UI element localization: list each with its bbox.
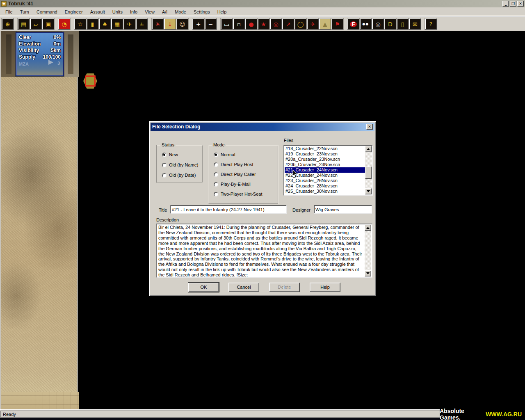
zoom-in-button[interactable]: +: [192, 18, 204, 30]
mode-option-two-player-hot-seat[interactable]: Two-Player Hot-Seat: [214, 191, 262, 197]
menu-info[interactable]: Info: [126, 8, 141, 16]
radio-icon[interactable]: [214, 162, 218, 167]
help-button[interactable]: Help: [310, 283, 340, 292]
menu-command[interactable]: Command: [33, 8, 61, 16]
zoom-out-button[interactable]: −: [205, 18, 217, 30]
dialog-titlebar[interactable]: File Selection Dialog ✕: [151, 123, 374, 131]
dig-in-button[interactable]: ♠: [99, 18, 111, 30]
description-box[interactable]: Bir el Chleta, 24 November 1941: During …: [156, 224, 372, 278]
radio-icon[interactable]: [214, 192, 218, 196]
title-input[interactable]: [170, 205, 287, 214]
watermark-link[interactable]: WWW.AG.RU: [486, 411, 522, 418]
terrain-view-button[interactable]: ▲: [319, 18, 331, 30]
column-formation-button[interactable]: ▯: [397, 18, 409, 30]
unit-honors-icon: ☆: [78, 21, 83, 27]
air-support-icon: ✈: [127, 21, 132, 27]
restore-button[interactable]: ❐: [510, 1, 516, 7]
menu-assault[interactable]: Assault: [87, 8, 109, 16]
radio-icon[interactable]: [214, 153, 218, 157]
file-list-item[interactable]: #22_Crusader_24Nov.scn: [285, 173, 365, 178]
desc-scroll-down-icon[interactable]: [365, 270, 371, 276]
window-titlebar[interactable]: ★ Tobruk '41 _❐✕: [0, 0, 525, 7]
file-list-item[interactable]: #20a_Crusader_23Nov.scn: [285, 157, 365, 162]
menu-settings[interactable]: Settings: [190, 8, 214, 16]
divisional-markings-button[interactable]: D: [384, 18, 396, 30]
supply-wagon-button[interactable]: ▦: [111, 18, 123, 30]
dispatch-mail-button[interactable]: ✉: [409, 18, 421, 30]
cancel-button[interactable]: Cancel: [228, 283, 259, 292]
radio-icon[interactable]: [214, 172, 218, 177]
file-list-item[interactable]: #18_Crusader_22Nov.scn: [285, 146, 365, 151]
highlight-oval-button[interactable]: ◯: [294, 18, 306, 30]
menu-units[interactable]: Units: [109, 8, 126, 16]
file-list-item[interactable]: #19_Crusader_23Nov.scn: [285, 151, 365, 157]
unit-honors-button[interactable]: ☆: [74, 18, 86, 30]
mode-option-direct-play-host[interactable]: Direct-Play Host: [214, 162, 253, 167]
unit-counter[interactable]: [83, 73, 97, 89]
mode-option-play-by-e-mail[interactable]: Play-By-E-Mail: [214, 181, 251, 187]
radio-label: Two-Player Hot-Seat: [221, 192, 262, 196]
select-flag-button[interactable]: ⚑: [331, 18, 343, 30]
radio-icon[interactable]: [162, 153, 167, 157]
scroll-up-icon[interactable]: [365, 146, 372, 152]
dialog-close-icon[interactable]: ✕: [366, 124, 373, 130]
description-scrollbar[interactable]: [365, 225, 371, 276]
scroll-thumb[interactable]: [365, 167, 372, 179]
new-scenario-button[interactable]: ▤: [18, 18, 30, 30]
status-option-old-by-date-[interactable]: Old (by Date): [162, 172, 196, 178]
air-strike-button[interactable]: ✈: [307, 18, 319, 30]
encirclement-button[interactable]: ◎: [372, 18, 384, 30]
menu-help[interactable]: Help: [214, 8, 231, 16]
desc-scroll-up-icon[interactable]: [365, 225, 371, 231]
artillery-target-button[interactable]: ◎: [270, 18, 282, 30]
objective-star-button[interactable]: ★: [258, 18, 269, 30]
dispatch-mail-icon: ✉: [413, 21, 418, 27]
menu-ai[interactable]: A/I: [158, 8, 171, 16]
strength-toggle-button[interactable]: ±: [136, 18, 148, 30]
highlight-hex-button[interactable]: ▭: [221, 18, 233, 30]
status-option-new[interactable]: New: [162, 152, 178, 158]
turn-fuse-button[interactable]: ◔: [58, 18, 70, 30]
next-unit-button[interactable]: ↗: [282, 18, 294, 30]
mode-option-normal[interactable]: Normal: [214, 152, 235, 158]
commander-portrait-button[interactable]: ☺: [176, 18, 188, 30]
menu-file[interactable]: File: [2, 8, 16, 16]
ammo-status-button[interactable]: ▮: [87, 18, 98, 30]
terrain-view-icon: ▲: [323, 21, 327, 27]
resolve-combat-button[interactable]: ☀: [152, 18, 164, 30]
open-scenario-button[interactable]: ▱: [30, 18, 42, 30]
ok-button[interactable]: OK: [188, 283, 219, 292]
file-list-item[interactable]: #24_Crusader_28Nov.scn: [285, 183, 365, 189]
help-button[interactable]: ?: [425, 18, 437, 30]
minimize-button[interactable]: _: [502, 1, 509, 7]
menu-view[interactable]: View: [141, 8, 158, 16]
counter-view-button[interactable]: ▫: [233, 18, 245, 30]
objectives-show-button[interactable]: F: [347, 18, 359, 30]
description-label: Description: [156, 217, 179, 222]
files-listbox[interactable]: #18_Crusader_22Nov.scn#19_Crusader_23Nov…: [283, 145, 373, 196]
air-support-button[interactable]: ✈: [123, 18, 135, 30]
menu-mode[interactable]: Mode: [171, 8, 190, 16]
designer-input[interactable]: [314, 205, 372, 214]
file-list-item[interactable]: #23_Crusader_26Nov.scn: [285, 178, 365, 183]
radio-icon[interactable]: [162, 163, 167, 167]
mode-option-direct-play-caller[interactable]: Direct-Play Caller: [214, 171, 256, 177]
files-scrollbar[interactable]: [365, 146, 372, 194]
resolve-combat-icon: ☀: [155, 21, 160, 27]
file-list-item[interactable]: #20b_Crusader_23Nov.scn: [285, 162, 365, 167]
radio-icon[interactable]: [214, 182, 218, 187]
next-unit-icon: ↗: [286, 21, 291, 27]
arrive-reinforcement-button[interactable]: ↓: [164, 18, 176, 30]
menu-engineer[interactable]: Engineer: [61, 8, 87, 16]
status-option-old-by-name-[interactable]: Old (by Name): [162, 162, 199, 168]
menu-turn[interactable]: Turn: [16, 8, 33, 16]
center-on-target-button[interactable]: ⊕: [2, 18, 14, 30]
file-list-item[interactable]: #21_Crusader_24Nov.scn: [285, 167, 365, 173]
scroll-down-icon[interactable]: [365, 188, 372, 194]
file-list-item[interactable]: #25_Crusader_30Nov.scn: [285, 189, 365, 194]
save-scenario-button[interactable]: ▣: [42, 18, 54, 30]
spotting-button[interactable]: ●●: [360, 18, 372, 30]
radio-icon[interactable]: [162, 173, 167, 178]
close-button[interactable]: ✕: [517, 1, 524, 7]
movement-marker-button[interactable]: ●: [245, 18, 257, 30]
